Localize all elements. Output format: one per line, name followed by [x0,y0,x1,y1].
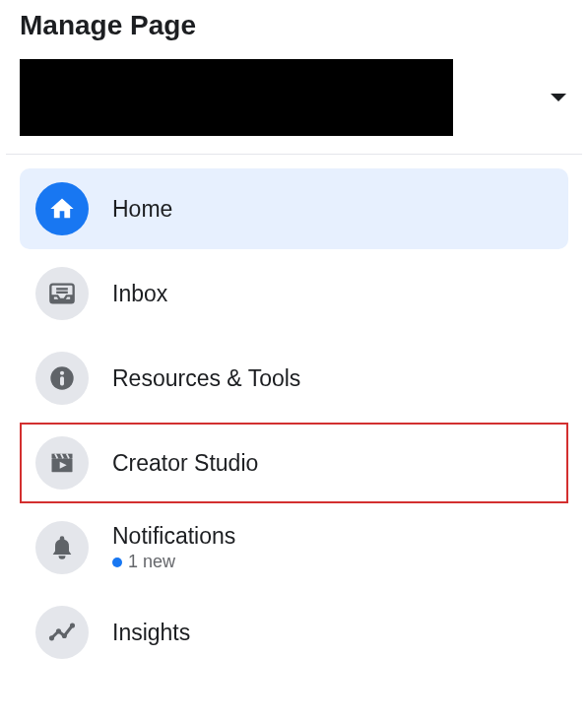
nav-item-insights[interactable]: Insights [20,592,568,673]
page-selector-thumbnail [20,59,453,136]
notifications-badge-text: 1 new [128,552,175,572]
nav-label-creator-studio: Creator Studio [112,450,258,477]
page-title: Manage Page [20,10,568,41]
nav-label-home: Home [112,196,172,223]
insights-icon [35,606,89,659]
page-selector[interactable] [20,59,568,136]
nav-item-inbox[interactable]: Inbox [20,253,568,334]
nav-label-insights: Insights [112,620,190,646]
info-icon [35,352,89,405]
divider [6,154,582,155]
svg-rect-4 [60,376,64,385]
chevron-down-icon [549,92,568,103]
svg-point-3 [60,371,64,375]
nav-item-resources[interactable]: Resources & Tools [20,338,568,419]
svg-point-11 [56,628,61,633]
svg-point-13 [70,623,75,627]
bell-icon [35,521,89,574]
inbox-icon [35,267,89,320]
svg-point-10 [49,635,54,640]
nav-item-creator-studio[interactable]: Creator Studio [20,423,568,503]
nav-label-notifications: Notifications [112,523,235,550]
nav-list: Home Inbox Resources & Tools [20,168,568,673]
nav-label-inbox: Inbox [112,281,167,307]
notifications-badge: 1 new [112,552,235,572]
nav-item-notifications[interactable]: Notifications 1 new [20,507,568,588]
clapper-icon [35,436,89,490]
home-icon [35,182,89,235]
badge-dot-icon [112,558,122,567]
nav-item-home[interactable]: Home [20,168,568,249]
nav-label-resources: Resources & Tools [112,365,300,392]
svg-point-12 [62,633,67,638]
